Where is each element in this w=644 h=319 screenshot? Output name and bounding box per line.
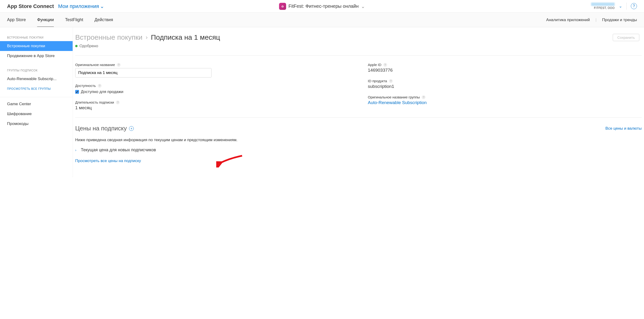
label-group-name: Оригинальное название группы xyxy=(368,95,420,99)
sidebar-item-iap[interactable]: Встроенные покупки xyxy=(0,41,73,51)
sidebar-section-iap: ВСТРОЕННЫЕ ПОКУПКИ xyxy=(0,33,73,41)
sidebar-item-subscription-group[interactable]: Auto-Renewable Subscrip... xyxy=(0,74,73,84)
tab-testflight[interactable]: TestFlight xyxy=(65,13,83,26)
help-icon[interactable]: ? xyxy=(116,100,120,104)
label-availability: Доступность xyxy=(75,84,96,88)
link-group-name[interactable]: Auto-Renewable Subscription xyxy=(368,100,426,105)
horizontal-rule xyxy=(75,55,642,56)
help-icon[interactable]: ? xyxy=(383,63,387,67)
help-icon[interactable]: ? xyxy=(389,79,393,83)
sidebar-item-gamecenter[interactable]: Game Center xyxy=(0,99,73,109)
my-apps-label: Мои приложения xyxy=(58,3,99,9)
input-original-name[interactable] xyxy=(75,68,212,77)
tab-activity[interactable]: Действия xyxy=(94,13,113,26)
chevron-down-icon: ⌄ xyxy=(361,3,365,9)
tab-app-store[interactable]: App Store xyxy=(7,13,26,26)
account-name-redacted xyxy=(591,2,614,6)
help-icon[interactable]: ? xyxy=(422,95,426,99)
chevron-right-icon: › xyxy=(146,34,148,41)
disclosure-label: Текущая цена для новых подписчиков xyxy=(81,148,156,152)
tab-features[interactable]: Функции xyxy=(37,13,54,27)
app-selector[interactable]: FitFest: Фитнес-тренеры онлайн ⌄ xyxy=(279,3,365,10)
sidebar-item-encryption[interactable]: Шифрование xyxy=(0,109,73,119)
link-all-prices-currencies[interactable]: Все цены и валюты xyxy=(606,126,642,131)
add-price-icon[interactable]: + xyxy=(129,126,134,131)
status-text: Одобрено xyxy=(80,44,98,48)
help-icon[interactable]: ? xyxy=(631,3,637,9)
breadcrumb: Встроенные покупки › Подписка на 1 месяц xyxy=(75,33,220,41)
app-icon xyxy=(279,3,286,10)
sidebar-section-groups: ГРУППЫ ПОДПИСОК xyxy=(0,66,73,74)
account-menu[interactable]: FITFEST, OOO xyxy=(591,2,614,10)
status-dot-icon xyxy=(75,45,78,47)
app-name: FitFest: Фитнес-тренеры онлайн xyxy=(288,3,358,9)
annotation-arrow-icon xyxy=(216,153,244,167)
save-button[interactable]: Сохранить xyxy=(613,34,639,41)
vertical-divider: | xyxy=(595,18,596,22)
prices-section-description: Ниже приведена сводная информация по тек… xyxy=(75,138,642,142)
my-apps-dropdown[interactable]: Мои приложения ⌄ xyxy=(58,3,104,9)
vertical-divider xyxy=(626,2,626,10)
page-title: Подписка на 1 месяц xyxy=(151,33,220,41)
breadcrumb-parent[interactable]: Встроенные покупки xyxy=(75,33,142,41)
checkbox-available-for-sale[interactable] xyxy=(75,90,79,94)
link-view-all-subscription-prices[interactable]: Просмотреть все цены на подписку xyxy=(75,159,141,163)
help-icon[interactable]: ? xyxy=(117,63,120,67)
heading-subscription-prices: Цены на подписку xyxy=(75,125,127,132)
chevron-down-icon: ⌄ xyxy=(100,3,104,9)
sidebar-item-promotion[interactable]: Продвижение в App Store xyxy=(0,51,73,61)
brand-title: App Store Connect xyxy=(7,3,54,9)
label-apple-id: Apple ID xyxy=(368,63,382,67)
checkbox-label: Доступно для продажи xyxy=(81,89,124,94)
account-org: FITFEST, OOO xyxy=(591,6,614,10)
horizontal-rule xyxy=(75,117,642,118)
sidebar-view-all-groups[interactable]: ПРОСМОТРЕТЬ ВСЕ ГРУППЫ xyxy=(0,84,73,94)
value-product-id: subscription1 xyxy=(368,84,642,89)
sidebar-item-promocodes[interactable]: Промокоды xyxy=(0,119,73,129)
link-sales-trends[interactable]: Продажи и тренды xyxy=(602,18,637,22)
chevron-down-icon[interactable]: ⌄ xyxy=(619,4,622,9)
label-duration: Длительность подписки xyxy=(75,100,114,104)
value-apple-id: 1469033776 xyxy=(368,68,642,73)
sidebar-divider xyxy=(0,97,73,97)
link-app-analytics[interactable]: Аналитика приложений xyxy=(546,18,590,22)
help-icon[interactable]: ? xyxy=(98,84,102,88)
disclosure-current-price[interactable]: › Текущая цена для новых подписчиков xyxy=(75,148,642,152)
chevron-right-icon: › xyxy=(75,148,78,152)
label-original-name: Оригинальное название xyxy=(75,63,115,67)
value-duration: 1 месяц xyxy=(75,105,349,110)
label-product-id: ID продукта xyxy=(368,79,387,83)
